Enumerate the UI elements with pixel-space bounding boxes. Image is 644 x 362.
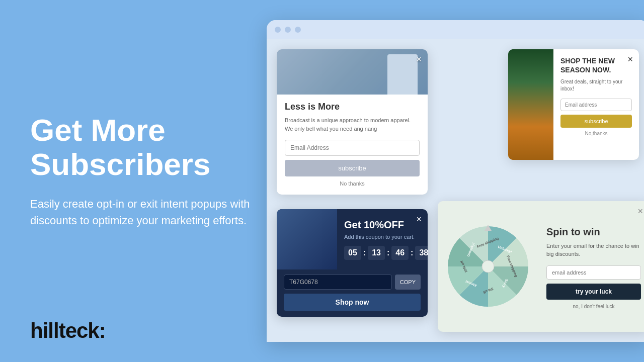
left-section: Get More Subscribers Easily create opt-i… bbox=[30, 0, 272, 362]
timer-seconds: 46 bbox=[391, 246, 409, 260]
popup1-subscribe-button[interactable]: subscribe bbox=[285, 160, 420, 176]
man-figure-decoration bbox=[277, 209, 337, 269]
main-heading: Get More Subscribers bbox=[30, 113, 272, 182]
popup1-email-input[interactable] bbox=[285, 140, 420, 156]
timer-minutes: 13 bbox=[368, 246, 385, 260]
popup-spin-to-win: Unlucky! Free shipping Sorry 5% off Almo… bbox=[438, 201, 644, 332]
popup3-image bbox=[277, 209, 337, 269]
timer-sep-2: : bbox=[387, 248, 389, 257]
popup4-description: Enter your email for the chance to win b… bbox=[546, 242, 641, 258]
popup1-description: Broadcast is a unique approach to modern… bbox=[285, 116, 420, 133]
popup4-title: Spin to win bbox=[546, 226, 641, 238]
timer-hours: 05 bbox=[344, 246, 361, 260]
popup1-title: Less is More bbox=[285, 102, 420, 112]
popup4-wheel-area: Unlucky! Free shipping Sorry 5% off Almo… bbox=[438, 201, 538, 332]
popup3-bottom: COPY Shop now bbox=[277, 269, 428, 317]
popup2-title: SHOP THE NEW SEASON NOW. bbox=[560, 56, 632, 74]
popup4-body: × Spin to win Enter your email for the c… bbox=[538, 201, 644, 332]
popup4-try-luck-button[interactable]: try your luck bbox=[546, 284, 641, 300]
popup3-copy-button[interactable]: COPY bbox=[395, 275, 421, 290]
logo: hillteck: bbox=[30, 319, 106, 343]
popup2-close-icon[interactable]: × bbox=[627, 54, 633, 65]
popup4-no-luck-link[interactable]: no, I don't feel luck bbox=[546, 304, 641, 309]
browser-dot-2 bbox=[285, 27, 291, 33]
popup3-shop-now-button[interactable]: Shop now bbox=[284, 294, 421, 311]
timer-frames: 38 bbox=[415, 246, 428, 260]
popup-subscribe-less-is-more: × Less is More Broadcast is a unique app… bbox=[277, 49, 428, 195]
svg-point-0 bbox=[482, 260, 494, 273]
popup2-description: Great deals, straight to your inbox! bbox=[560, 78, 632, 93]
browser-bar bbox=[267, 20, 644, 39]
sub-heading: Easily create opt-in or exit intent popu… bbox=[30, 196, 252, 229]
popup2-email-input[interactable] bbox=[560, 99, 632, 111]
popup2-no-thanks-link[interactable]: No,thanks bbox=[560, 131, 632, 136]
popup3-description: Add this coupon to your cart. bbox=[344, 234, 428, 240]
popup1-body: Less is More Broadcast is a unique appro… bbox=[277, 95, 428, 195]
popup1-close-icon[interactable]: × bbox=[416, 54, 422, 65]
popup3-top: × Get 10%OFF Add this coupon to your car… bbox=[277, 209, 428, 269]
popup1-no-thanks-link[interactable]: No thanks bbox=[285, 180, 420, 189]
browser-dot-3 bbox=[295, 27, 301, 33]
popup3-coupon-row: COPY bbox=[284, 275, 421, 290]
browser-mockup: × Less is More Broadcast is a unique app… bbox=[267, 20, 644, 342]
browser-content: × Less is More Broadcast is a unique app… bbox=[267, 39, 644, 342]
popup1-image: × bbox=[277, 49, 428, 95]
popup4-close-icon[interactable]: × bbox=[637, 206, 643, 217]
popup3-timer: 05 : 13 : 46 : 38 bbox=[344, 246, 428, 260]
popup3-close-icon[interactable]: × bbox=[416, 214, 422, 225]
popup4-email-input[interactable] bbox=[546, 265, 641, 280]
woman-figure-decoration bbox=[508, 49, 553, 160]
popup2-subscribe-button[interactable]: subscribe bbox=[560, 115, 632, 128]
popup3-title: Get 10%OFF bbox=[344, 219, 428, 231]
popup3-coupon-input[interactable] bbox=[284, 275, 392, 290]
spin-wheel-graphic: Unlucky! Free shipping Sorry 5% off Almo… bbox=[445, 224, 531, 309]
popup2-body: × SHOP THE NEW SEASON NOW. Great deals, … bbox=[553, 49, 639, 160]
popup2-image bbox=[508, 49, 553, 160]
popup-shop-new-season: × SHOP THE NEW SEASON NOW. Great deals, … bbox=[508, 49, 639, 160]
popup-discount-coupon: × Get 10%OFF Add this coupon to your car… bbox=[277, 209, 428, 317]
browser-dot-1 bbox=[275, 27, 281, 33]
popup3-info: × Get 10%OFF Add this coupon to your car… bbox=[337, 209, 428, 269]
timer-sep-1: : bbox=[363, 248, 366, 257]
timer-sep-3: : bbox=[411, 248, 413, 257]
shirt-shape-decoration bbox=[387, 54, 418, 95]
